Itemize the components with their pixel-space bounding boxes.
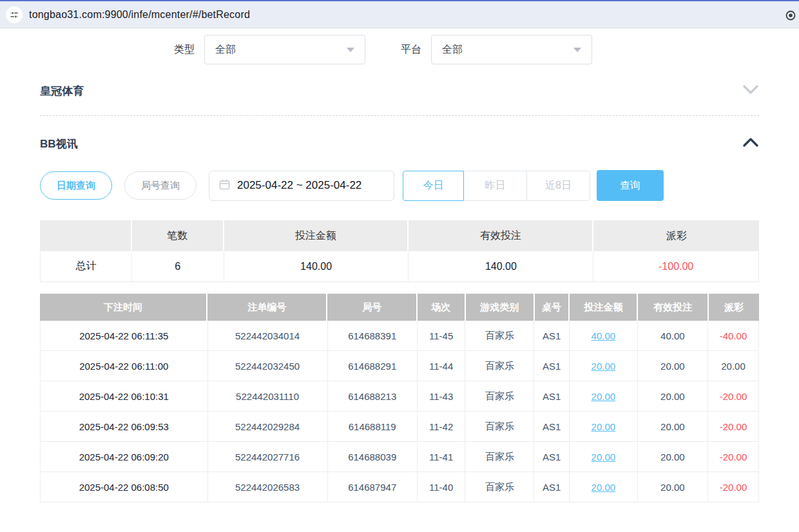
today-button[interactable]: 今日	[403, 171, 464, 201]
section-divider	[40, 115, 759, 116]
cell-round-number: 614688391	[328, 321, 418, 350]
cell-payout: 20.00	[708, 351, 758, 381]
summary-valid-bet: 140.00	[409, 251, 593, 281]
table-row: 2025-04-22 06:11:35 522442034014 6146883…	[41, 321, 758, 351]
summary-total-row: 总计 6 140.00 140.00 -100.00	[40, 251, 759, 282]
summary-payout: -100.00	[593, 251, 759, 281]
cell-bet-time: 2025-04-22 06:10:31	[41, 381, 208, 411]
detail-header-cell: 场次	[418, 294, 466, 321]
cell-order-number: 522442027716	[208, 442, 328, 471]
cell-bet-amount: 20.00	[570, 472, 638, 502]
cell-bet-time: 2025-04-22 06:09:20	[41, 442, 208, 471]
cell-payout: -20.00	[708, 472, 758, 502]
bet-amount-link[interactable]: 20.00	[592, 421, 616, 432]
cell-bet-amount: 20.00	[570, 381, 638, 411]
section-header-bb-video[interactable]: BB视讯	[40, 137, 759, 151]
query-bar: 日期查询 局号查询 2025-04-22 ~ 2025-04-22 今日 昨日 …	[40, 170, 759, 201]
bet-amount-link[interactable]: 20.00	[592, 391, 616, 402]
cell-game-type: 百家乐	[465, 442, 534, 471]
platform-select[interactable]: 全部	[431, 35, 592, 64]
cell-valid-bet: 20.00	[638, 472, 708, 502]
type-label: 类型	[174, 43, 195, 57]
chevron-down-icon	[347, 48, 354, 52]
cell-payout: -20.00	[708, 381, 758, 411]
bet-detail-table: 下注时间注单编号局号场次游戏类别桌号投注金额有效投注派彩 2025-04-22 …	[40, 294, 759, 502]
summary-header-cell	[40, 220, 132, 251]
cell-table-number: AS1	[534, 381, 570, 411]
cell-table-number: AS1	[534, 321, 570, 350]
cell-bet-time: 2025-04-22 06:11:00	[41, 351, 208, 381]
cell-valid-bet: 20.00	[638, 412, 708, 441]
round-query-tab[interactable]: 局号查询	[124, 171, 197, 200]
detail-table-body: 2025-04-22 06:11:35 522442034014 6146883…	[40, 321, 759, 502]
bet-amount-link[interactable]: 40.00	[592, 330, 616, 341]
cell-bet-amount: 40.00	[570, 321, 638, 350]
bet-amount-link[interactable]: 20.00	[592, 482, 616, 493]
platform-label: 平台	[401, 43, 421, 57]
platform-select-value: 全部	[442, 43, 463, 57]
cell-valid-bet: 20.00	[638, 442, 708, 471]
site-settings-icon[interactable]	[6, 6, 23, 23]
cell-round-number: 614688291	[328, 351, 418, 381]
summary-header-cell: 有效投注	[409, 220, 593, 251]
cell-session: 11-40	[418, 472, 466, 502]
type-select[interactable]: 全部	[204, 35, 365, 64]
cell-order-number: 522442026583	[208, 472, 328, 502]
detail-header-cell: 投注金额	[570, 294, 638, 321]
cell-order-number: 522442034014	[208, 321, 328, 350]
cell-order-number: 522442029284	[208, 412, 328, 441]
cell-round-number: 614688119	[328, 412, 418, 441]
table-row: 2025-04-22 06:09:20 522442027716 6146880…	[41, 442, 758, 472]
table-row: 2025-04-22 06:09:53 522442029284 6146881…	[41, 412, 758, 442]
type-select-value: 全部	[215, 43, 236, 57]
cell-game-type: 百家乐	[465, 381, 534, 411]
last-8-days-button[interactable]: 近8日	[526, 171, 590, 201]
url-text[interactable]: tongbao31.com:9900/infe/mcenter/#/betRec…	[29, 9, 250, 21]
cell-game-type: 百家乐	[465, 412, 534, 441]
bet-amount-link[interactable]: 20.00	[592, 451, 616, 462]
cell-bet-amount: 20.00	[570, 351, 638, 381]
table-row: 2025-04-22 06:10:31 522442031110 6146882…	[41, 381, 758, 412]
cell-session: 11-45	[418, 321, 466, 350]
cell-session: 11-43	[418, 381, 466, 411]
filter-row: 类型 全部 平台 全部	[40, 35, 759, 64]
cell-session: 11-42	[418, 412, 466, 441]
bet-amount-link[interactable]: 20.00	[592, 361, 616, 372]
cell-game-type: 百家乐	[465, 472, 534, 502]
section-title: 皇冠体育	[40, 84, 84, 99]
cell-bet-time: 2025-04-22 06:11:35	[41, 321, 208, 350]
date-range-input[interactable]: 2025-04-22 ~ 2025-04-22	[209, 171, 394, 201]
browser-address-bar: tongbao31.com:9900/infe/mcenter/#/betRec…	[0, 0, 799, 28]
calendar-icon	[219, 179, 230, 193]
summary-header-cell: 笔数	[132, 220, 224, 251]
cell-order-number: 522442031110	[208, 381, 328, 411]
cell-round-number: 614688039	[328, 442, 418, 471]
section-title: BB视讯	[40, 137, 78, 151]
detail-header-cell: 注单编号	[207, 294, 327, 321]
detail-header-cell: 下注时间	[40, 294, 207, 321]
cell-valid-bet: 40.00	[638, 321, 708, 350]
search-button[interactable]: 查询	[597, 170, 664, 201]
cell-valid-bet: 20.00	[638, 351, 708, 381]
summary-total-label: 总计	[40, 251, 132, 281]
cell-order-number: 522442032450	[208, 351, 328, 381]
table-row: 2025-04-22 06:08:50 522442026583 6146879…	[41, 472, 758, 502]
cell-bet-time: 2025-04-22 06:08:50	[41, 472, 208, 502]
section-header-crown-sports[interactable]: 皇冠体育	[40, 84, 759, 98]
cell-game-type: 百家乐	[465, 351, 534, 381]
cell-valid-bet: 20.00	[638, 381, 708, 411]
summary-table: 笔数投注金额有效投注派彩 总计 6 140.00 140.00 -100.00	[40, 220, 759, 282]
cell-payout: -20.00	[708, 442, 758, 471]
record-indicator-icon[interactable]	[785, 10, 796, 24]
date-range-value: 2025-04-22 ~ 2025-04-22	[237, 179, 361, 192]
chevron-up-icon	[742, 137, 759, 150]
summary-count: 6	[132, 251, 224, 281]
cell-payout: -40.00	[708, 321, 758, 350]
table-row: 2025-04-22 06:11:00 522442032450 6146882…	[41, 351, 758, 381]
cell-bet-amount: 20.00	[570, 442, 638, 471]
date-query-tab[interactable]: 日期查询	[40, 171, 112, 200]
chevron-down-icon	[573, 48, 581, 52]
yesterday-button[interactable]: 昨日	[463, 171, 527, 201]
detail-header-cell: 桌号	[535, 294, 570, 321]
cell-table-number: AS1	[534, 442, 570, 471]
